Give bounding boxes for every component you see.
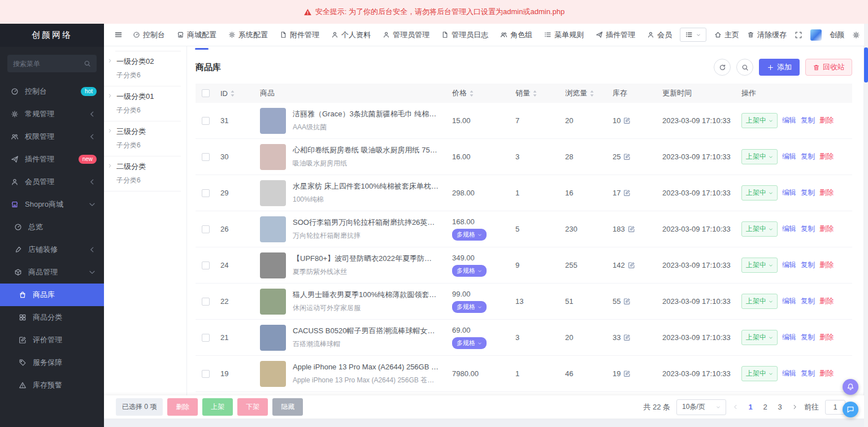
product-title[interactable]: 【UPF80+】波司登防晒衣2022年夏季防紫外线冰丝... — [293, 254, 448, 264]
search-button[interactable] — [736, 59, 753, 76]
category-item-1[interactable]: 一级分类01子分类6 — [104, 86, 181, 121]
edit-link[interactable]: 编辑 — [782, 297, 796, 306]
copy-link[interactable]: 复制 — [801, 260, 815, 270]
edit-link[interactable]: 编辑 — [782, 224, 796, 234]
copy-link[interactable]: 复制 — [801, 188, 815, 198]
product-image[interactable] — [260, 325, 286, 351]
status-dropdown[interactable]: 上架中 — [741, 149, 778, 164]
refresh-button[interactable] — [714, 59, 731, 76]
sidebar-item-0[interactable]: 控制台hot — [0, 80, 104, 103]
multi-spec-badge[interactable]: 多规格 — [452, 265, 487, 277]
copy-link[interactable]: 复制 — [801, 297, 815, 306]
row-checkbox[interactable] — [202, 298, 210, 306]
clear-cache-link[interactable]: 清除缓存 — [747, 30, 787, 40]
notification-bell-button[interactable] — [843, 379, 858, 395]
copy-link[interactable]: 复制 — [801, 116, 815, 125]
page-number-3[interactable]: 3 — [774, 403, 785, 411]
delete-link[interactable]: 删除 — [819, 152, 834, 162]
chat-button[interactable] — [843, 402, 858, 417]
delete-link[interactable]: 删除 — [819, 116, 834, 125]
product-image[interactable] — [260, 144, 286, 170]
product-title[interactable]: CACUSS B0520帽子男百搭潮流棒球帽女休闲户外鸭... — [293, 326, 448, 336]
status-dropdown[interactable]: 上架中 — [741, 330, 778, 345]
delete-link[interactable]: 删除 — [819, 369, 834, 378]
menu-toggle-icon[interactable] — [110, 30, 127, 39]
nav-tab-6[interactable]: 管理员日志 — [441, 30, 488, 40]
sidebar-item-12[interactable]: 服务保障 — [0, 351, 104, 374]
nav-tab-8[interactable]: 菜单规则 — [544, 30, 584, 40]
product-title[interactable]: 心相印卷纸厨房卷纸 吸油吸水厨房用纸 75节2卷纸巾 ... — [293, 145, 448, 155]
nav-tab-2[interactable]: 系统配置 — [228, 30, 268, 40]
delete-link[interactable]: 删除 — [819, 224, 834, 234]
delete-link[interactable]: 删除 — [819, 188, 834, 198]
active-tab-indicator[interactable] — [195, 48, 209, 50]
product-image[interactable] — [260, 180, 286, 206]
nav-tab-9[interactable]: 插件管理 — [596, 30, 635, 40]
category-sub-label[interactable]: 子分类6 — [116, 71, 176, 80]
row-checkbox[interactable] — [202, 370, 210, 378]
sidebar-item-7[interactable]: 店铺装修 — [0, 238, 104, 261]
category-sub-label[interactable]: 子分类6 — [116, 141, 176, 150]
batch-onshelf-button[interactable]: 上架 — [202, 398, 233, 416]
edit-link[interactable]: 编辑 — [782, 152, 796, 162]
sidebar-item-1[interactable]: 常规管理 — [0, 103, 104, 125]
column-header-price[interactable]: 价格 — [452, 88, 515, 98]
next-page-icon[interactable] — [792, 404, 798, 410]
nav-tab-7[interactable]: 角色组 — [500, 30, 532, 40]
batch-delete-button[interactable]: 删除 — [167, 398, 198, 416]
nav-tab-0[interactable]: 控制台 — [133, 30, 165, 40]
category-sub-label[interactable]: 子分类6 — [116, 106, 176, 115]
recycle-bin-button[interactable]: 回收站 — [805, 59, 852, 76]
category-item-2[interactable]: 三级分类子分类6 — [104, 121, 181, 156]
edit-link[interactable]: 编辑 — [782, 260, 796, 270]
sort-icon[interactable] — [230, 90, 235, 97]
layout-dropdown-button[interactable] — [680, 28, 706, 42]
row-checkbox[interactable] — [202, 225, 210, 233]
search-icon[interactable] — [84, 60, 91, 67]
row-checkbox[interactable] — [202, 334, 210, 342]
category-item-3[interactable]: 二级分类子分类6 — [104, 156, 181, 191]
prev-page-icon[interactable] — [732, 404, 739, 410]
product-title[interactable]: SOO行李箱男万向轮拉杆箱耐磨抗摔26英寸A330旅行... — [293, 217, 448, 228]
batch-hide-button[interactable]: 隐藏 — [272, 398, 303, 416]
sidebar-item-11[interactable]: 评价管理 — [0, 329, 104, 351]
column-header-sales[interactable]: 销量 — [515, 88, 565, 98]
row-checkbox[interactable] — [202, 189, 210, 197]
multi-spec-badge[interactable]: 多规格 — [452, 229, 487, 241]
row-checkbox[interactable] — [202, 117, 210, 125]
stock-edit-icon[interactable] — [623, 298, 631, 305]
status-dropdown[interactable]: 上架中 — [741, 221, 778, 237]
fullscreen-icon[interactable] — [795, 31, 802, 39]
row-checkbox[interactable] — [202, 153, 210, 161]
column-header-id[interactable]: ID — [220, 89, 260, 98]
multi-spec-badge[interactable]: 多规格 — [452, 337, 487, 349]
copy-link[interactable]: 复制 — [801, 369, 815, 378]
sidebar-item-3[interactable]: 插件管理new — [0, 148, 104, 171]
page-size-select[interactable]: 10条/页 — [676, 399, 726, 415]
category-item-0[interactable]: 一级分类02子分类6 — [104, 51, 181, 86]
sidebar-item-10[interactable]: 商品分类 — [0, 306, 104, 329]
edit-link[interactable]: 编辑 — [782, 188, 796, 198]
nav-tab-5[interactable]: 管理员管理 — [383, 30, 429, 40]
multi-spec-badge[interactable]: 多规格 — [452, 301, 487, 313]
settings-gear-icon[interactable] — [852, 31, 860, 39]
home-link[interactable]: 主页 — [714, 30, 739, 40]
copy-link[interactable]: 复制 — [801, 333, 815, 342]
stock-edit-icon[interactable] — [623, 153, 631, 160]
product-image[interactable] — [260, 289, 286, 315]
sidebar-item-13[interactable]: 库存预警 — [0, 374, 104, 396]
product-title[interactable]: 猫人男士睡衣男夏季100%纯棉薄款圆领套头短袖套装... — [293, 290, 448, 300]
status-dropdown[interactable]: 上架中 — [741, 113, 778, 128]
product-title[interactable]: 水星家纺 床上四件套100%纯棉被套床单枕套床上用... — [293, 181, 448, 191]
column-header-views[interactable]: 浏览量 — [565, 88, 613, 98]
status-dropdown[interactable]: 上架中 — [741, 258, 778, 273]
avatar[interactable] — [810, 29, 822, 41]
sort-icon[interactable] — [589, 90, 594, 97]
select-all-checkbox[interactable] — [202, 89, 210, 97]
delete-link[interactable]: 删除 — [819, 297, 834, 306]
nav-tab-4[interactable]: 个人资料 — [331, 30, 371, 40]
scrollbar-thumb[interactable] — [864, 47, 868, 82]
product-title[interactable]: Apple iPhone 13 Pro Max (A2644) 256GB 苍岭… — [293, 362, 448, 372]
product-title[interactable]: 洁丽雅（Grace）3条抗菌新疆棉毛巾 纯棉柔软家用洗... — [293, 109, 448, 119]
delete-link[interactable]: 删除 — [819, 333, 834, 342]
